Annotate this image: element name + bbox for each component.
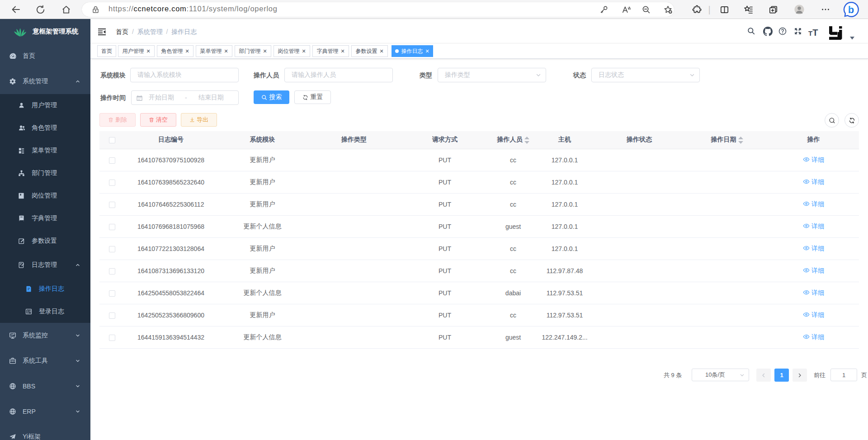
svg-text:b: b bbox=[848, 4, 854, 15]
